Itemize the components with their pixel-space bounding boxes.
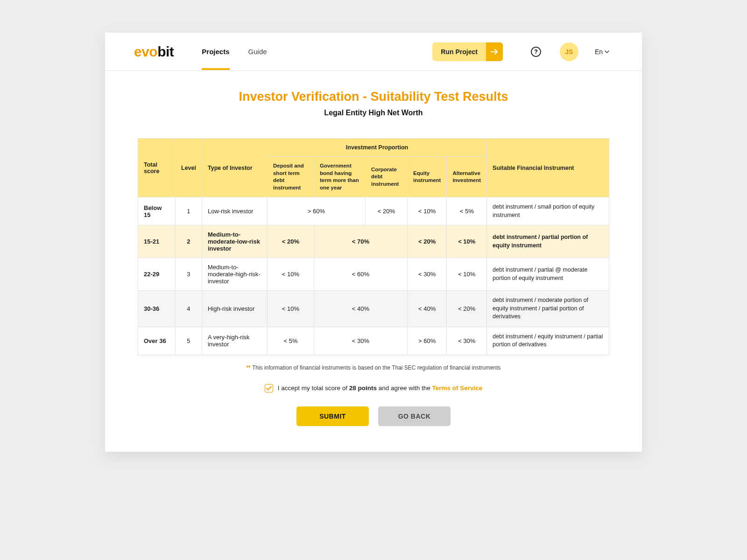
table-cell: > 60% [407,327,446,355]
table-cell: < 30% [447,327,487,355]
th-equity: Equity instrument [407,157,446,197]
table-cell: > 60% [267,197,365,225]
run-project-label: Run Project [432,48,486,56]
table-cell: < 40% [314,291,407,327]
footnote: ** This information of financial instrum… [138,364,609,371]
terms-of-service-link[interactable]: Terms of Service [432,385,483,392]
language-label: En [595,48,603,56]
table-cell: 5 [176,327,202,355]
nav-projects[interactable]: Projects [202,34,229,70]
table-cell: Low-risk investor [202,197,267,225]
table-cell: < 10% [267,291,314,327]
table-cell: < 10% [447,258,487,291]
avatar[interactable]: JS [560,42,578,61]
table-cell: Over 36 [138,327,176,355]
go-back-button[interactable]: GO BACK [378,406,451,426]
main-nav: Projects Guide [202,34,267,70]
table-cell: < 5% [267,327,314,355]
table-cell: < 20% [407,225,446,258]
footnote-stars: ** [246,364,250,371]
topbar: evobit Projects Guide Run Project ? JS E… [105,33,642,71]
th-suitable: Suitable Financial Instrument [487,139,609,197]
th-type: Type of Investor [202,139,267,197]
table-cell: 22-29 [138,258,176,291]
table-cell: < 60% [314,258,407,291]
table-row: Over 365A very-high-risk investor< 5%< 3… [138,327,609,355]
page-title: Investor Verification - Suitability Test… [138,90,609,104]
table-cell: < 10% [407,197,446,225]
suitability-tbody: Below 151Low-risk investor> 60%< 20%< 10… [138,197,609,355]
table-cell: Below 15 [138,197,176,225]
table-cell: 1 [176,197,202,225]
table-cell: High-risk investor [202,291,267,327]
accept-checkbox[interactable] [265,384,273,392]
th-total-score: Total score [138,139,176,197]
table-cell: < 10% [447,225,487,258]
table-row: 22-293Medium-to-moderate-high-risk-inves… [138,258,609,291]
page-subtitle: Legal Entity High Net Worth [138,109,609,117]
logo[interactable]: evobit [134,44,174,60]
table-cell: 4 [176,291,202,327]
table-cell: debt instrument / partial @ moderate por… [487,258,609,291]
table-cell: debt instrument / partial portion of equ… [487,225,609,258]
table-cell: < 30% [314,327,407,355]
language-selector[interactable]: En [595,48,609,56]
submit-button[interactable]: SUBMIT [296,406,369,426]
th-govbond: Government bond having term more than on… [314,157,365,197]
table-row: 30-364High-risk investor< 10%< 40%< 40%<… [138,291,609,327]
page-body: Investor Verification - Suitability Test… [105,71,642,452]
th-corpdebt: Corporate debt instrument [365,157,407,197]
table-cell: 2 [176,225,202,258]
table-cell: < 10% [267,258,314,291]
check-icon [266,386,272,391]
accept-text: I accept my tolal score of 28 points and… [278,385,483,392]
app-window: evobit Projects Guide Run Project ? JS E… [105,33,642,452]
table-row: Below 151Low-risk investor> 60%< 20%< 10… [138,197,609,225]
logo-evo: evo [134,44,157,60]
table-cell: < 30% [407,258,446,291]
table-cell: Medium-to-moderate-low-risk investor [202,225,267,258]
table-cell: debt instrument / equity instrument / pa… [487,327,609,355]
th-deposit: Deposit and short term debt instrument [267,157,314,197]
table-cell: < 20% [267,225,314,258]
table-cell: 30-36 [138,291,176,327]
accept-row: I accept my tolal score of 28 points and… [138,384,609,392]
table-cell: debt instrument / small portion of equit… [487,197,609,225]
table-cell: < 5% [447,197,487,225]
arrow-right-icon [486,42,503,61]
logo-bit: bit [157,44,174,60]
table-cell: < 70% [314,225,407,258]
table-cell: Medium-to-moderate-high-risk-investor [202,258,267,291]
help-icon[interactable]: ? [531,47,541,57]
table-cell: A very-high-risk investor [202,327,267,355]
table-cell: < 20% [365,197,407,225]
footnote-text: This information of financial instrument… [252,364,501,371]
table-cell: < 40% [407,291,446,327]
action-buttons: SUBMIT GO BACK [138,406,609,426]
th-investment-proportion: Investment Proportion [267,139,486,157]
table-cell: < 20% [447,291,487,327]
table-cell: debt instrument / moderate portion of eq… [487,291,609,327]
th-alt: Alternative investment [447,157,487,197]
table-cell: 3 [176,258,202,291]
nav-guide[interactable]: Guide [248,34,267,70]
th-level: Level [176,139,202,197]
table-cell: 15-21 [138,225,176,258]
suitability-table: Total score Level Type of Investor Inves… [138,138,609,355]
run-project-button[interactable]: Run Project [432,42,503,61]
chevron-down-icon [605,49,609,54]
table-row: 15-212Medium-to-moderate-low-risk invest… [138,225,609,258]
